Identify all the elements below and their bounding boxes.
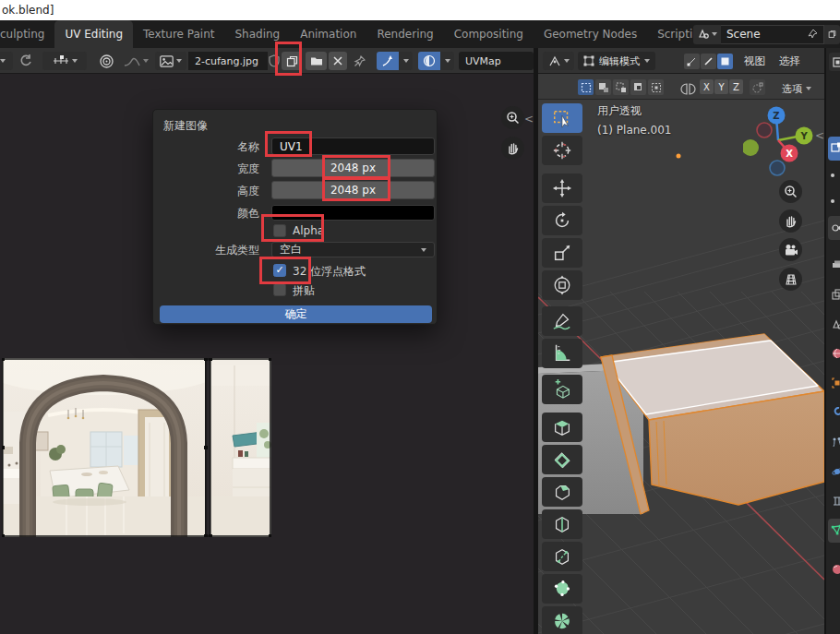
tool-knife[interactable]	[542, 542, 582, 571]
proportional-snap-icon[interactable]	[17, 52, 35, 70]
tool-add-cube[interactable]	[542, 375, 582, 404]
proportional-edit-icon[interactable]	[96, 52, 116, 70]
tool-scale[interactable]	[542, 238, 582, 268]
menu-select[interactable]: 选择	[779, 54, 800, 68]
tool-rotate[interactable]	[542, 206, 582, 235]
dialog-title: 新建图像	[163, 118, 208, 134]
tab-scene[interactable]	[828, 312, 840, 336]
tab-output[interactable]	[828, 253, 840, 277]
tab-uv-editing[interactable]: UV Editing	[54, 20, 133, 48]
image-browse-button[interactable]	[155, 52, 186, 70]
proportional-falloff-button[interactable]	[750, 79, 765, 95]
select-mode-new-button[interactable]	[578, 79, 594, 95]
viewport-ortho-grid-button[interactable]	[779, 268, 802, 291]
mirror-z-button[interactable]: Z	[729, 79, 743, 94]
tab-world[interactable]	[828, 341, 840, 365]
falloff-curve-dropdown[interactable]	[120, 52, 151, 70]
tab-tool[interactable]	[828, 137, 840, 161]
uv-pan-button[interactable]	[501, 137, 524, 160]
options-dropdown[interactable]: 选项	[775, 79, 818, 98]
tab-constraints[interactable]	[828, 489, 840, 513]
image-name-field[interactable]: 2-cufang.jpg	[188, 52, 268, 70]
scene-name-field[interactable]: Scene	[721, 25, 824, 44]
sticky-selection-dropdown[interactable]	[42, 52, 87, 70]
tab-object[interactable]	[828, 371, 840, 395]
viewport-editor-type-dropdown[interactable]	[543, 52, 574, 70]
tool-poly-build[interactable]	[542, 574, 582, 604]
open-image-button[interactable]	[306, 52, 327, 70]
tab-physics[interactable]	[828, 460, 840, 484]
editor-type-dropdown[interactable]	[0, 52, 13, 70]
gizmo-y-neg-axis[interactable]	[743, 139, 759, 156]
tab-compositing[interactable]: Compositing	[444, 20, 534, 48]
viewport-camera-button[interactable]	[779, 238, 802, 261]
tool-loop-cut[interactable]	[542, 509, 582, 539]
tool-measure[interactable]	[542, 339, 582, 368]
tab-object-data[interactable]	[828, 519, 840, 543]
loop-cut-icon	[552, 514, 572, 534]
mirror-y-button[interactable]: Y	[714, 79, 728, 94]
pin-icon[interactable]	[807, 29, 818, 40]
ok-button[interactable]: 确定	[160, 305, 432, 323]
tab-texture-paint[interactable]: Texture Paint	[133, 20, 224, 48]
navigation-gizmo[interactable]: Z Y X	[743, 105, 817, 179]
select-mode-subtract-button[interactable]	[613, 79, 629, 95]
tool-bevel[interactable]	[542, 477, 582, 507]
mirror-x-button[interactable]: X	[700, 79, 714, 94]
zoom-in-icon	[506, 111, 520, 125]
tab-particles[interactable]	[828, 430, 840, 454]
mode-dropdown[interactable]: 编辑模式	[578, 52, 655, 70]
properties-editor-type-button[interactable]	[829, 53, 840, 71]
tab-render[interactable]	[828, 216, 840, 240]
tool-move[interactable]	[542, 173, 582, 203]
tool-cursor[interactable]	[542, 136, 582, 165]
generated-type-dropdown[interactable]: 空白	[271, 242, 435, 257]
uv-zoom-button[interactable]	[501, 106, 524, 129]
gizmo-z-neg-axis[interactable]	[770, 161, 785, 175]
tab-view-layer[interactable]	[828, 282, 840, 306]
select-mode-intersect-button[interactable]	[648, 79, 664, 95]
gizmo-x-neg-axis[interactable]	[757, 123, 772, 138]
tool-select-box[interactable]	[542, 103, 582, 133]
annotate-pencil-icon	[552, 311, 572, 331]
vertex-select-button[interactable]	[684, 54, 700, 69]
tab-material[interactable]	[828, 557, 840, 581]
tool-inset-faces[interactable]	[542, 445, 582, 474]
tiled-checkbox[interactable]	[273, 283, 286, 296]
uv-image-canvas[interactable]	[2, 358, 271, 537]
hand-icon	[784, 214, 798, 228]
gizmo-dropdown[interactable]	[399, 52, 413, 70]
select-mode-invert-button[interactable]	[630, 79, 646, 95]
blender-window: ok.blend] culpting UV Editing Texture Pa…	[0, 0, 840, 634]
pin-icon[interactable]	[351, 52, 367, 70]
overlays-dropdown[interactable]	[440, 52, 454, 70]
select-mode-extend-button[interactable]	[595, 79, 611, 95]
face-select-button[interactable]	[717, 54, 733, 69]
tab-sculpting[interactable]: culpting	[0, 20, 54, 48]
new-scene-button[interactable]	[824, 25, 840, 44]
topbar: culpting UV Editing Texture Paint Shadin…	[0, 20, 840, 48]
tool-transform[interactable]	[542, 270, 582, 300]
tab-geometry-nodes[interactable]: Geometry Nodes	[534, 20, 647, 48]
overlays-toggle-button[interactable]	[418, 52, 440, 70]
scale-icon	[552, 243, 572, 263]
tool-annotate[interactable]	[542, 306, 582, 336]
menu-view[interactable]: 视图	[744, 54, 765, 68]
uv-sidebar-collapse-arrow[interactable]: <	[524, 113, 534, 126]
viewport-zoom-button[interactable]	[779, 180, 802, 203]
edge-select-button[interactable]	[701, 54, 716, 69]
tool-extrude[interactable]	[542, 413, 582, 442]
scene-browse-button[interactable]	[693, 25, 721, 44]
tab-modifiers[interactable]	[828, 401, 840, 425]
uv-editor-canvas[interactable]: < 新建图像 名称 UV1 宽度 2048 px 高度 2048 px 颜色 A…	[0, 74, 534, 634]
viewport-header: 编辑模式 视图 选择	[538, 48, 824, 74]
unlink-image-button[interactable]	[329, 52, 347, 70]
uv-map-field[interactable]: UVMap	[459, 52, 534, 70]
viewport-pan-button[interactable]	[779, 209, 802, 233]
viewport-3d[interactable]: 用户透视 (1) Plane.001 < Z Y X	[538, 100, 824, 634]
annotation-box-new-image-button	[275, 42, 302, 76]
gizmo-toggle-button[interactable]	[377, 52, 399, 70]
mirror-icon[interactable]	[678, 79, 697, 98]
tool-spin[interactable]	[542, 606, 582, 634]
tab-rendering[interactable]: Rendering	[366, 20, 443, 48]
